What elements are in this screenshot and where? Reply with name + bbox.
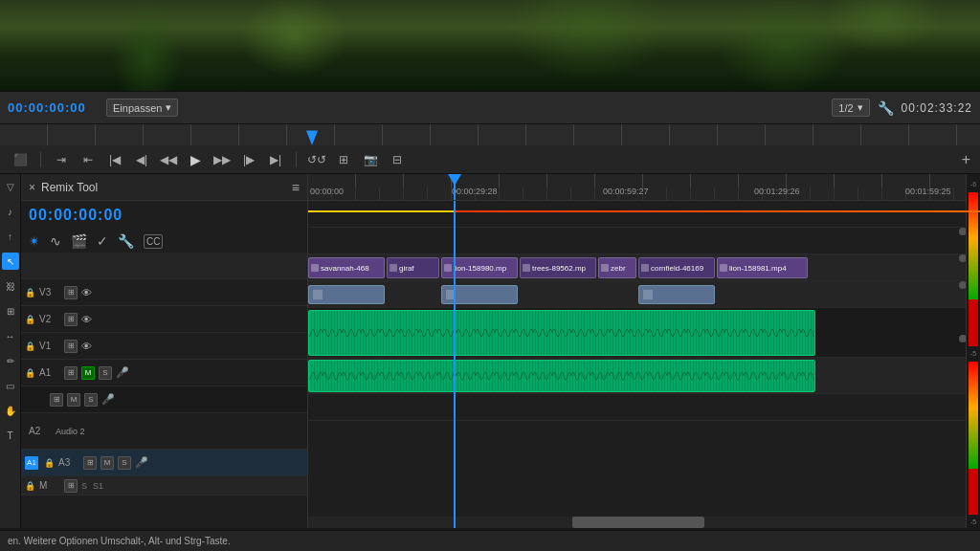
mark-in-btn[interactable]: ⬛ <box>10 149 31 170</box>
track-select[interactable]: ⊞ <box>2 302 19 320</box>
h-scrollbar[interactable] <box>308 517 969 528</box>
clip-savannah[interactable]: savannah-468 <box>308 257 385 278</box>
track-label-a2: A2 <box>29 426 50 436</box>
track-mute-a1[interactable]: M <box>81 366 95 380</box>
lock-icon-v2[interactable]: 🔒 <box>25 315 35 324</box>
small-clip-3[interactable] <box>638 285 715 304</box>
settings-icon[interactable]: 🔧 <box>878 100 894 116</box>
prev-frame-btn[interactable]: ◀◀ <box>158 149 179 170</box>
export-icon[interactable]: ↑ <box>2 228 19 245</box>
track-eye-v1[interactable]: 👁 <box>81 341 92 352</box>
ruler-mark-1: 00:00:29:28 <box>452 187 498 196</box>
next-frame-btn[interactable]: ▶▶ <box>212 149 233 170</box>
clip-lion2[interactable]: lion-158981.mp4 <box>717 257 808 278</box>
timeline-tracks: savannah-468 giraf lion-158980.mp trees-… <box>308 201 980 528</box>
audio-clip-main[interactable] <box>308 310 815 356</box>
track-eye-v2[interactable]: 👁 <box>81 314 92 325</box>
track-row-v2 <box>308 228 980 254</box>
track-solo-a1[interactable]: S <box>99 366 112 380</box>
track-mic-a3[interactable]: 🎤 <box>135 456 148 469</box>
filter-icon[interactable]: ▽ <box>2 178 19 195</box>
clip-icon-giraf <box>390 264 397 272</box>
fit-dropdown[interactable]: Einpassen ▾ <box>106 99 178 117</box>
clip-label-lion2: lion-158981.mp4 <box>729 264 787 273</box>
lock-icon-a1[interactable]: 🔒 <box>25 368 35 378</box>
remix-curve-icon[interactable]: ∿ <box>50 233 61 249</box>
track-mic-a1b[interactable]: 🎤 <box>101 393 115 406</box>
track-settings-bottom[interactable]: ⊞ <box>64 479 78 493</box>
db-label-top: -6 <box>967 179 980 190</box>
ruler-spacer <box>21 253 307 279</box>
clip-lion1[interactable]: lion-158980.mp <box>441 257 518 278</box>
render-btn[interactable]: ⊟ <box>387 149 408 170</box>
track-header-v2: 🔒 V2 ⊞ 👁 <box>21 306 307 333</box>
remix-tools: ✴ ∿ 🎬 ✓ 🔧 CC <box>21 230 307 253</box>
track-mute-a1b[interactable]: M <box>67 393 80 407</box>
track-solo-a3[interactable]: S <box>118 456 131 470</box>
track-row-a1-wave <box>308 308 980 358</box>
remix-sparkle-icon[interactable]: ✴ <box>29 233 40 249</box>
ripple-tool[interactable]: ↔ <box>2 327 19 344</box>
clip-zebr[interactable]: zebr <box>598 257 636 278</box>
small-clip-1[interactable] <box>308 285 385 304</box>
small-clip-2[interactable] <box>441 285 518 304</box>
rect-tool[interactable]: ▭ <box>2 377 19 394</box>
play-btn[interactable]: ▶ <box>185 149 206 170</box>
hand-tool[interactable]: ✋ <box>2 402 19 419</box>
go-end-btn[interactable]: ▶| <box>265 149 286 170</box>
track-settings-a1b[interactable]: ⊞ <box>50 393 63 407</box>
remix-cc-icon[interactable]: CC <box>144 234 163 249</box>
track-eye-v3[interactable]: 👁 <box>81 287 92 298</box>
remix-header: × Remix Tool ≡ <box>21 174 307 201</box>
clip-giraf[interactable]: giraf <box>387 257 439 278</box>
multi-cam-btn[interactable]: ⊞ <box>333 149 354 170</box>
remix-close-btn[interactable]: × <box>29 181 35 194</box>
track-solo-a1b[interactable]: S <box>84 393 98 407</box>
clip-icon-trees <box>523 264 530 272</box>
lock-icon-v3[interactable]: 🔒 <box>25 288 35 298</box>
clip-cornfield[interactable]: cornfield-46169 <box>638 257 715 278</box>
track-settings-v2[interactable]: ⊞ <box>64 313 78 326</box>
loop-btn[interactable]: ↺↺ <box>306 149 327 170</box>
audio-icon[interactable]: ♪ <box>2 203 19 220</box>
text-tool[interactable]: T <box>2 427 19 444</box>
select-tool[interactable]: ↖ <box>2 253 19 270</box>
remix-title: Remix Tool <box>41 181 286 194</box>
go-start-btn[interactable]: |◀ <box>104 149 125 170</box>
track-mute-a3[interactable]: M <box>100 456 114 470</box>
track-header-a3: A1 🔒 A3 ⊞ M S 🎤 <box>21 450 307 476</box>
track-mic-a1[interactable]: 🎤 <box>116 366 129 379</box>
track-settings-a3[interactable]: ⊞ <box>83 456 97 470</box>
timeline-ruler[interactable]: 00:00:00 00:00:29:28 00:00:59:27 00:01:2… <box>308 174 980 201</box>
audio-clip-a2[interactable] <box>308 360 815 392</box>
remix-check-icon[interactable]: ✓ <box>97 233 108 249</box>
page-indicator[interactable]: 1/2 ▾ <box>832 99 869 117</box>
add-track-btn[interactable]: + <box>962 151 970 168</box>
lock-icon-a3[interactable]: 🔒 <box>44 458 55 468</box>
remix-film-icon[interactable]: 🎬 <box>71 233 87 249</box>
track-settings-v1[interactable]: ⊞ <box>64 340 78 353</box>
step-back-btn[interactable]: ◀| <box>131 149 152 170</box>
scrub-ruler[interactable] <box>0 124 980 145</box>
clip-label-cornfield: cornfield-46169 <box>651 264 703 273</box>
track-settings-a1[interactable]: ⊞ <box>64 366 78 380</box>
track-header-v1: 🔒 V1 ⊞ 👁 <box>21 333 307 360</box>
lock-icon-v1[interactable]: 🔒 <box>25 342 35 351</box>
lock-icon-bottom: 🔒 <box>25 481 35 491</box>
track-header-v3: 🔒 V3 ⊞ 👁 <box>21 279 307 306</box>
camera-btn[interactable]: 📷 <box>360 149 381 170</box>
remix-menu-btn[interactable]: ≡ <box>292 180 300 195</box>
step-fwd-btn[interactable]: |▶ <box>238 149 259 170</box>
link-icon[interactable]: ⛓ <box>2 277 19 295</box>
remix-wrench-icon[interactable]: 🔧 <box>118 233 134 249</box>
clip-label-lion1: lion-158980.mp <box>454 264 506 273</box>
track-settings-v3[interactable]: ⊞ <box>64 286 78 299</box>
clip-label-savannah: savannah-468 <box>321 264 369 273</box>
clip-thumb-3 <box>643 290 653 299</box>
mark-in-icon[interactable]: ⇥ <box>51 149 72 170</box>
pen-tool[interactable]: ✏ <box>2 352 19 369</box>
h-scrollbar-thumb[interactable] <box>572 517 704 528</box>
clip-icon-lion1 <box>444 264 452 272</box>
mark-out-icon[interactable]: ⇤ <box>78 149 99 170</box>
clip-trees[interactable]: trees-89562.mp <box>520 257 596 278</box>
